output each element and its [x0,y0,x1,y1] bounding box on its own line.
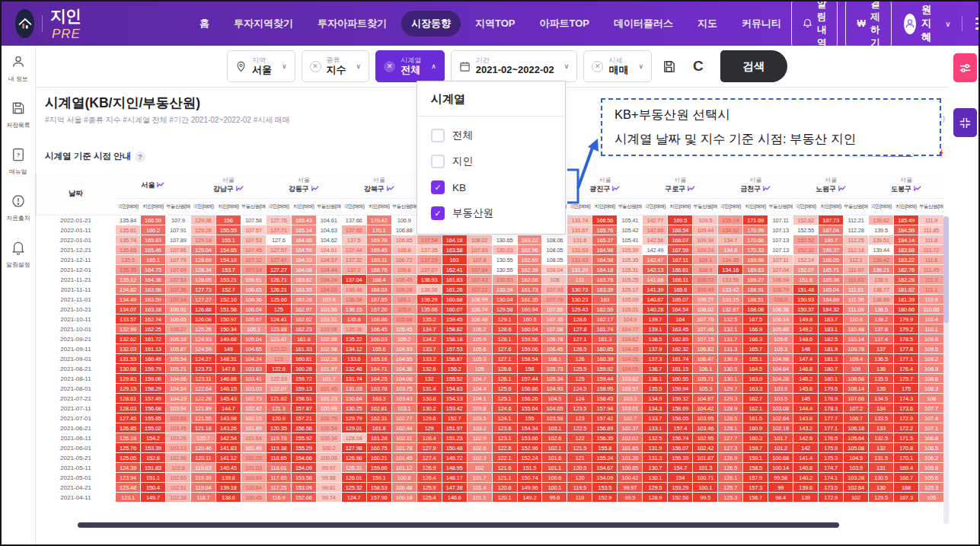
value-cell: 126.1 [718,473,743,483]
value-cell: 105.34 [542,374,567,384]
chart-icon[interactable] [236,185,244,193]
checkbox-unchecked-icon[interactable] [431,129,445,142]
value-cell: 155.85 [140,413,165,423]
payment-button[interactable]: ₩ 결제하기 [845,0,891,56]
nav-item-시장동향[interactable]: 시장동향 [401,11,461,37]
value-cell: 126.18 [116,433,141,443]
reset-button[interactable]: C [687,55,710,78]
nav-item-투자지역찾기[interactable]: 투자지역찾기 [224,11,303,37]
period-filter[interactable]: 기간2021-02~2022-02 ∨ [451,50,578,82]
value-cell: 105.2 [391,334,417,344]
dropdown-option-전체[interactable]: 전체 [417,123,565,148]
value-cell: 100.6 [542,473,567,483]
value-cell: 156.89 [592,423,618,433]
chart-icon[interactable] [838,185,846,193]
value-cell: 131.67 [567,225,592,235]
date-cell: 2021-12-01 [37,265,116,275]
nav-item-지도[interactable]: 지도 [688,11,727,37]
value-cell: 125.66 [266,295,291,305]
chart-icon[interactable] [763,185,771,193]
nav-item-홈[interactable]: 홈 [190,11,219,37]
nav-item-지역TOP[interactable]: 지역TOP [465,11,525,37]
sidebar-item-자료출처[interactable]: 자료출처 [2,185,35,231]
value-cell: 107.93 [467,245,492,255]
alerts-button[interactable]: 알림내역 [791,0,838,56]
nav-item-커뮤니티[interactable]: 커뮤니티 [732,11,791,37]
clear-icon[interactable]: ✕ [384,61,395,72]
value-cell: 181.9 [819,344,844,354]
region-header-강남구: 서울강남구 [190,173,266,199]
chart-icon[interactable] [914,185,921,193]
help-icon[interactable]: ? [135,152,145,162]
value-cell: 168.08 [743,305,768,315]
value-cell: 100.34 [316,433,341,443]
value-cell: 186.05 [819,255,844,265]
location-pin-icon [235,61,247,72]
region-header-구로구: 서울구로구 [643,173,718,199]
value-cell: 128.9 [718,404,743,413]
chart-icon[interactable] [612,185,620,193]
subcol-header: 부동산원(매매) [316,199,341,216]
brand-logo[interactable]: 지인PRE [15,5,91,42]
checkbox-checked-icon[interactable]: ✓ [431,180,445,194]
chart-icon[interactable] [688,185,695,193]
nav-item-아파트TOP[interactable]: 아파트TOP [529,11,599,37]
value-cell: 107.13 [768,235,793,245]
chart-icon[interactable] [387,185,394,193]
region-filter[interactable]: 지역서울 ∨ [227,50,295,82]
value-cell: 100.48 [391,483,417,493]
nav-item-데이터플러스[interactable]: 데이터플러스 [604,11,683,37]
save-list-button[interactable] [658,55,681,78]
value-cell: 133.15 [718,295,743,305]
table-row: 2021-06-21126.85155.02103.45121.18143.26… [37,423,944,433]
dropdown-option-지인[interactable]: 지인 [417,148,565,174]
sidebar-item-저장목록[interactable]: 저장목록 [2,92,35,139]
value-cell: 101.23 [316,394,341,404]
search-button[interactable]: 검색 [720,50,787,82]
value-cell: 153.7 [215,265,241,275]
sidebar-item-매뉴얼[interactable]: ?매뉴얼 [2,139,35,185]
value-cell: 153.66 [517,433,542,443]
user-menu[interactable]: 원지혜 ∨ [904,3,951,44]
series-filter[interactable]: ✕ 시계열전체 ∧ [375,50,445,82]
value-cell: 159.44 [592,374,618,384]
filter-settings-fab[interactable] [953,53,977,82]
dropdown-option-부동산원[interactable]: ✓부동산원 [417,200,565,226]
chart-icon[interactable] [157,181,164,190]
chart-icon[interactable] [311,185,319,193]
sidebar-item-알림설정[interactable]: 알림설정 [2,231,35,278]
value-cell: 109.4 [844,354,869,364]
value-cell: 127.57 [266,245,291,255]
value-cell: 104.57 [316,255,341,265]
value-cell: 100.84 [241,473,266,483]
value-cell: 123.5 [567,404,592,413]
dropdown-option-KB[interactable]: ✓KB [417,174,565,200]
hamburger-menu-icon[interactable] [972,14,980,33]
value-cell: 125.3 [718,493,743,503]
sidebar-item-내 정보[interactable]: 내 정보 [2,46,35,92]
value-cell: 135 [869,384,894,394]
value-cell: 129.01 [341,423,366,433]
checkbox-checked-icon[interactable]: ✓ [431,206,445,220]
value-cell: 132 [869,443,894,453]
value-cell: 127.71 [266,225,291,235]
value-cell: 180.1 [819,374,844,384]
value-cell: 132.87 [718,305,743,315]
value-cell: 154.18 [215,255,241,265]
kind-filter[interactable]: ✕ 종류지수 ∨ [302,50,370,82]
nav-item-투자아파트찾기[interactable]: 투자아파트찾기 [308,11,397,37]
value-cell: 108.27 [693,295,718,305]
value-cell: 160.85 [592,344,618,354]
value-cell: 131.53 [567,245,592,255]
value-cell: 151.5 [517,463,542,473]
value-cell: 127.8 [567,324,592,334]
value-cell: 162.96 [517,245,542,255]
scrollbar-thumb[interactable] [943,216,949,323]
collapse-view-fab[interactable] [953,108,977,137]
clear-icon[interactable]: ✕ [592,61,603,72]
horizontal-scrollbar[interactable] [78,522,839,528]
vertical-scrollbar[interactable] [943,216,949,524]
price-filter[interactable]: ✕ 시세매매 ∨ [583,50,652,82]
clear-icon[interactable]: ✕ [310,61,321,72]
checkbox-unchecked-icon[interactable] [431,155,445,168]
